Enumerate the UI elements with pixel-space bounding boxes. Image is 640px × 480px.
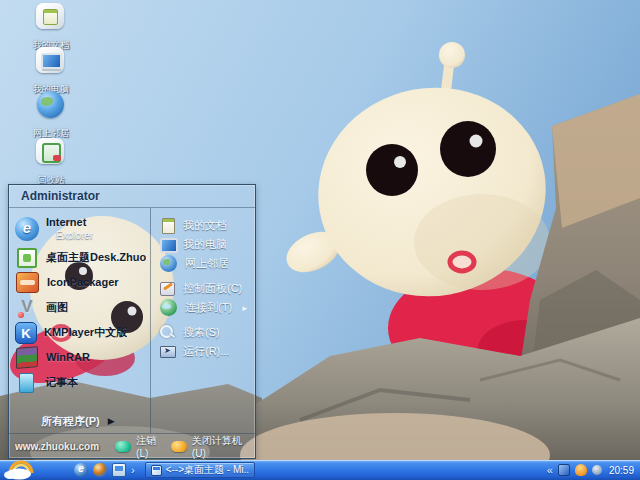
network-places-icon bbox=[34, 90, 68, 120]
start-item-label: 画图 bbox=[46, 302, 68, 313]
my-documents-icon bbox=[159, 217, 176, 234]
start-place-control-panel[interactable]: 控制面板(C) bbox=[159, 279, 251, 298]
network-places-icon bbox=[160, 255, 177, 272]
all-programs-label: 所有程序(P) bbox=[41, 414, 100, 429]
my-computer-icon bbox=[159, 236, 176, 253]
internet-explorer-icon bbox=[15, 217, 39, 241]
quick-launch-chevron-icon[interactable]: › bbox=[131, 463, 135, 477]
start-menu-pinned-column: Internet Explorer 桌面主题Desk.ZhuoKu.Com Ic… bbox=[9, 208, 151, 433]
shut-down-label: 关闭计算机(U) bbox=[192, 434, 247, 459]
tray-chevron-icon[interactable]: « bbox=[547, 463, 553, 477]
window-icon bbox=[151, 465, 162, 476]
start-place-label: 我的电脑 bbox=[183, 237, 227, 252]
taskbar: › <-->桌面主题 - Mi... « 20:59 bbox=[0, 460, 640, 480]
desktop-icon-network-places[interactable]: 网上邻居 bbox=[14, 90, 88, 140]
log-off-button[interactable]: 注销(L) bbox=[115, 434, 163, 459]
start-item-winrar[interactable]: WinRAR bbox=[15, 345, 146, 370]
paint-icon bbox=[15, 296, 39, 320]
start-place-search[interactable]: 搜索(S) bbox=[159, 323, 251, 342]
start-place-label: 运行(R)... bbox=[183, 344, 229, 359]
my-computer-icon bbox=[34, 46, 68, 76]
start-item-iconpackager[interactable]: IconPackager bbox=[15, 270, 146, 295]
start-item-kmplayer[interactable]: KMPlayer中文版 bbox=[15, 320, 146, 345]
media-player-icon[interactable] bbox=[93, 463, 107, 477]
start-menu-footer: www.zhuoku.com 注销(L) 关闭计算机(U) bbox=[9, 433, 255, 458]
start-place-label: 控制面板(C) bbox=[183, 281, 242, 296]
start-place-label: 网上邻居 bbox=[185, 256, 229, 271]
start-item-label: WinRAR bbox=[46, 352, 90, 363]
run-icon bbox=[159, 343, 176, 360]
desktop-icon-recycle-bin[interactable]: 回收站 bbox=[14, 137, 88, 187]
start-place-label: 搜索(S) bbox=[183, 325, 220, 340]
start-item-paint[interactable]: 画图 bbox=[15, 295, 146, 320]
tray-volume-icon[interactable] bbox=[592, 465, 602, 475]
control-panel-icon bbox=[159, 280, 176, 297]
connect-to-icon bbox=[160, 299, 177, 316]
start-place-my-computer[interactable]: 我的电脑 bbox=[159, 235, 251, 254]
all-programs-arrow-icon: ▶ bbox=[108, 416, 115, 426]
start-item-label: IconPackager bbox=[47, 277, 119, 288]
start-item-label: 桌面主题Desk.ZhuoKu.Com bbox=[46, 252, 146, 263]
start-menu-user-name: Administrator bbox=[9, 185, 255, 207]
log-off-icon bbox=[115, 441, 131, 452]
start-item-label: Internet Explorer bbox=[46, 217, 93, 241]
shut-down-button[interactable]: 关闭计算机(U) bbox=[171, 434, 247, 459]
start-item-internet-explorer[interactable]: Internet Explorer bbox=[15, 212, 146, 245]
start-item-label: KMPlayer中文版 bbox=[44, 327, 127, 338]
start-menu-body: Internet Explorer 桌面主题Desk.ZhuoKu.Com Ic… bbox=[9, 207, 255, 433]
wallpaper-watermark: www.zhuoku.com bbox=[15, 441, 99, 452]
recycle-bin-icon bbox=[34, 137, 68, 167]
winrar-icon bbox=[16, 346, 38, 369]
shut-down-icon bbox=[171, 441, 187, 452]
task-button-label: <-->桌面主题 - Mi... bbox=[166, 463, 249, 477]
tray-windows-app-icon[interactable] bbox=[558, 464, 570, 476]
cloud-rainbow-start-icon bbox=[2, 460, 42, 480]
desktop-theme-icon bbox=[17, 248, 37, 268]
start-place-label: 我的文档 bbox=[183, 218, 227, 233]
start-item-desktop-theme[interactable]: 桌面主题Desk.ZhuoKu.Com bbox=[15, 245, 146, 270]
system-tray: « 20:59 bbox=[547, 460, 640, 480]
show-desktop-icon[interactable] bbox=[112, 463, 126, 477]
desktop-icon-my-documents[interactable]: 我的文档 bbox=[14, 2, 88, 52]
kmplayer-icon bbox=[15, 322, 37, 344]
start-place-my-documents[interactable]: 我的文档 bbox=[159, 216, 251, 235]
quick-launch-bar: › bbox=[74, 463, 135, 477]
start-place-label: 连接到(T) bbox=[185, 300, 232, 315]
desktop-icon-my-computer[interactable]: 我的电脑 bbox=[14, 46, 88, 96]
start-item-notepad[interactable]: 记事本 bbox=[15, 370, 146, 395]
all-programs-button[interactable]: 所有程序(P) ▶ bbox=[15, 411, 146, 431]
notepad-icon bbox=[19, 373, 34, 393]
start-place-network-places[interactable]: 网上邻居 bbox=[159, 254, 251, 273]
internet-explorer-icon[interactable] bbox=[74, 463, 88, 477]
iconpackager-icon bbox=[16, 272, 39, 293]
start-item-label: 记事本 bbox=[45, 377, 78, 388]
my-documents-icon bbox=[34, 2, 68, 32]
taskbar-clock: 20:59 bbox=[609, 465, 634, 476]
submenu-arrow-icon: ▸ bbox=[242, 303, 247, 313]
log-off-label: 注销(L) bbox=[136, 434, 163, 459]
search-icon bbox=[159, 324, 176, 341]
start-button[interactable] bbox=[0, 460, 44, 480]
start-place-run[interactable]: 运行(R)... bbox=[159, 342, 251, 361]
start-menu-places-column: 我的文档 我的电脑 网上邻居 控制面板(C) 连接到(T) ▸ 搜索(S) bbox=[151, 208, 255, 433]
start-place-connect-to[interactable]: 连接到(T) ▸ bbox=[159, 298, 251, 317]
taskbar-task-button[interactable]: <-->桌面主题 - Mi... bbox=[145, 462, 255, 478]
start-menu: Administrator Internet Explorer 桌面主题Desk… bbox=[8, 184, 256, 459]
tray-im-contact-icon[interactable] bbox=[575, 464, 587, 476]
